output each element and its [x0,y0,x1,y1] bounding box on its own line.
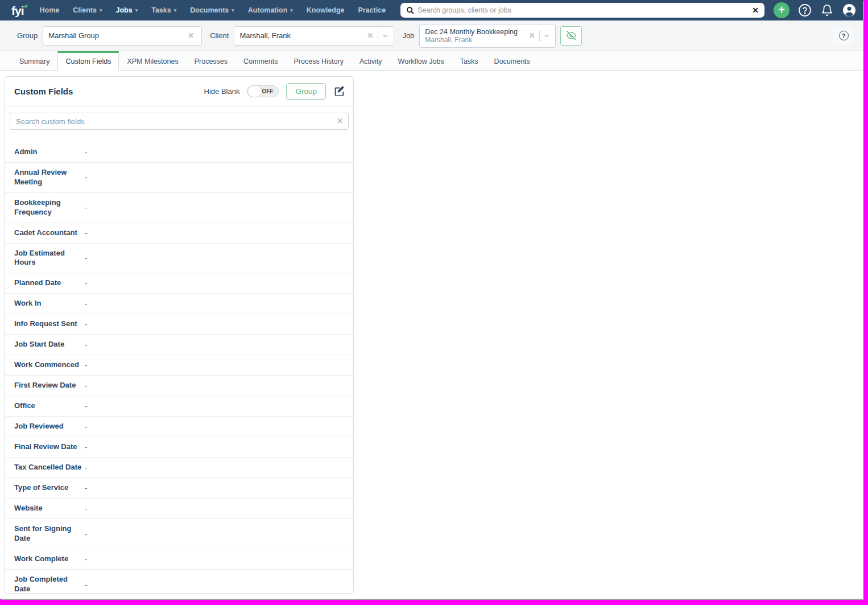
tab[interactable]: Tasks [452,51,486,71]
search-icon [406,6,414,14]
custom-field-value: - [82,340,87,349]
custom-field-row: Work In - [5,294,353,314]
custom-field-label: Info Request Sent [14,319,82,329]
nav-item[interactable]: Knowledge [300,0,352,20]
custom-field-value: - [82,402,87,410]
help-button[interactable] [798,3,812,17]
custom-field-label: Type of Service [14,483,82,493]
custom-field-label: Job Completed Date [14,575,82,593]
client-chevron-down-icon[interactable] [382,32,388,39]
custom-field-value: - [82,484,87,492]
custom-field-row: Job Reviewed - [5,417,353,437]
tab[interactable]: Comments [235,51,286,71]
hide-job-button[interactable] [560,26,582,46]
custom-field-value: - [82,381,87,390]
tab[interactable]: XPM Milestones [119,51,186,71]
user-menu-button[interactable] [842,3,856,17]
notifications-button[interactable] [820,3,834,17]
tab[interactable]: Activity [352,51,390,71]
custom-field-value: - [82,530,87,538]
fyi-logo-flag-icon [23,3,28,8]
fyi-logo[interactable]: fyi [11,5,24,17]
custom-field-value: - [82,173,87,182]
edit-fields-button[interactable] [333,85,345,97]
group-clear-icon[interactable]: ✕ [185,31,196,40]
nav-item[interactable]: Tasks ▾ [144,0,183,20]
job-chevron-down-icon[interactable] [543,32,550,39]
custom-field-label: Sent for Signing Date [14,524,82,544]
custom-field-value: - [82,463,87,472]
custom-field-row: Job Start Date - [5,335,353,355]
tab-label: XPM Milestones [127,57,178,65]
tab[interactable]: Workflow Jobs [390,51,452,71]
tab[interactable]: Documents [486,51,538,71]
custom-field-row: Work Commenced - [5,355,353,376]
group-fields-button[interactable]: Group [286,83,326,100]
nav-item[interactable]: Home [33,0,67,20]
page-help-button[interactable]: ? [833,27,854,45]
tab[interactable]: Processes [187,51,235,71]
custom-field-label: Bookkeeping Frequency [14,198,82,217]
tab[interactable]: Process History [286,51,352,71]
nav-item-label: Practice [358,6,386,14]
hide-blank-toggle[interactable]: OFF [247,85,279,97]
main-nav: Home Clients ▾ Jobs ▾ Tasks ▾ Documents … [33,0,393,20]
eye-off-icon [567,31,576,40]
custom-field-label: Work Complete [14,554,82,564]
custom-field-row: Info Request Sent - [5,314,353,335]
panel-title: Custom Fields [14,87,73,96]
job-filter-subvalue: Marshall, Frank [425,36,518,44]
global-search-input[interactable] [418,6,752,14]
nav-item[interactable]: Jobs ▾ [109,0,144,20]
client-clear-icon[interactable]: ✕ [365,31,375,40]
nav-item[interactable]: Practice [351,0,392,20]
custom-field-value: - [82,555,87,563]
nav-item[interactable]: Documents ▾ [183,0,241,20]
job-filter-combobox[interactable]: Dec 24 Monthly Bookkeeping Marshall, Fra… [419,24,556,48]
custom-fields-search-wrap: ✕ [5,106,353,135]
chevron-down-icon: ▾ [135,8,138,13]
group-filter-combobox[interactable]: Marshall Group ✕ [43,26,202,46]
global-search[interactable]: ✕ [400,3,764,18]
nav-item-label: Automation [248,6,287,14]
context-filter-bar: Group Marshall Group ✕ Client Marshall, … [0,20,863,51]
help-icon [798,3,812,17]
custom-field-label: Planned Date [14,278,82,288]
tab[interactable]: Summary [11,51,57,71]
create-new-button[interactable]: + [774,2,790,18]
job-clear-icon[interactable]: ✕ [526,31,537,40]
nav-item[interactable]: Automation ▾ [241,0,300,20]
custom-field-label: Cadet Accountant [14,228,82,238]
custom-field-row: Final Review Date - [5,437,353,458]
job-filter-label: Job [402,31,414,40]
custom-field-value: - [82,299,87,308]
custom-field-row: Cadet Accountant - [5,223,353,244]
client-filter-combobox[interactable]: Marshall, Frank ✕ [234,26,394,46]
tab[interactable]: Custom Fields [57,51,119,71]
custom-field-label: Admin [14,147,82,157]
client-filter-label: Client [210,31,229,40]
custom-field-row: Job Estimated Hours - [5,244,353,274]
combobox-divider [539,30,540,42]
custom-field-value: - [82,320,87,328]
custom-field-row: First Review Date - [5,376,353,396]
group-filter-value: Marshall Group [48,31,99,40]
nav-item[interactable]: Clients ▾ [66,0,109,20]
nav-item-label: Home [40,6,60,14]
tab-label: Tasks [460,57,478,65]
custom-field-value: - [82,229,87,237]
custom-field-row: Type of Service - [5,478,353,499]
search-clear-icon[interactable]: ✕ [752,6,759,14]
app-window: fyi Home Clients ▾ Jobs ▾ Tasks ▾ Docume… [0,0,863,599]
toggle-state-label: OFF [262,88,273,94]
tab-label: Workflow Jobs [398,57,444,65]
nav-item-label: Knowledge [307,6,345,14]
custom-fields-list: Admin - Annual Review Meeting - Bookkeep… [5,135,353,593]
custom-field-row: Admin - [5,142,353,163]
custom-field-value: - [82,254,87,262]
custom-field-value: - [82,504,87,513]
custom-fields-search-input[interactable] [10,113,349,130]
chevron-down-icon: ▾ [232,8,234,13]
custom-field-value: - [82,203,87,212]
custom-fields-search-clear-icon[interactable]: ✕ [337,117,343,125]
